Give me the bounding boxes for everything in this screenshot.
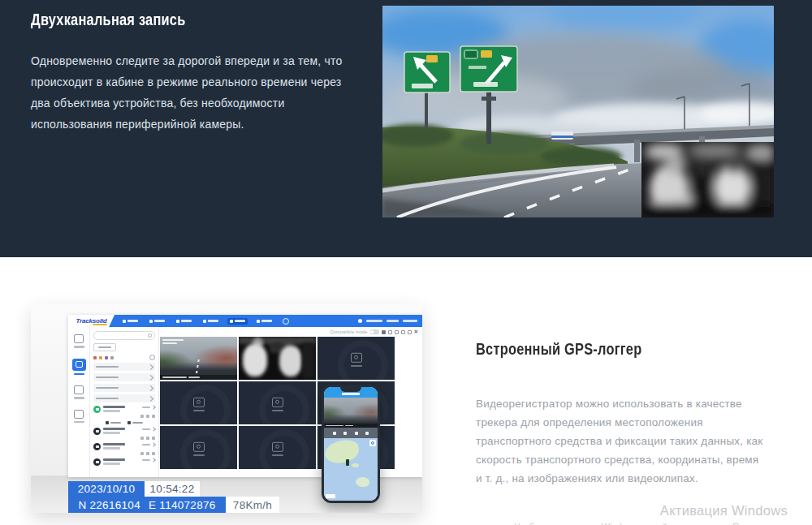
phone-mockup (322, 385, 380, 503)
camera-off-icon (351, 352, 362, 362)
tracker-software-card: Tracksolid (31, 303, 422, 513)
device-avatar-online (93, 406, 101, 413)
user-avatar (358, 319, 362, 323)
device-row (93, 443, 155, 450)
watermark-line-1: Активация Windows (514, 503, 788, 519)
nav-item (120, 318, 140, 325)
nav-extra-icon (283, 318, 289, 325)
group-row (93, 373, 155, 381)
watermark-line-2: Чтобы активировать Windows, перейдите в … (514, 522, 788, 525)
app-side-rail (68, 327, 90, 477)
phone-screen (324, 387, 378, 501)
device-avatar-offline (93, 428, 101, 435)
filter-chip (93, 343, 116, 351)
nav-item (254, 318, 274, 325)
road-photo-art (382, 6, 774, 217)
bus (551, 131, 573, 140)
layout-icon (388, 330, 392, 334)
device-row (93, 428, 155, 435)
rail-item (74, 334, 84, 348)
grid-toolbar: Compatible mode ✕ (159, 327, 422, 337)
map-attribution-chip (326, 494, 335, 498)
video-tile-empty (160, 426, 237, 469)
gps-section-title: Встроенный GPS-логгер (476, 339, 641, 359)
video-tile-empty (239, 381, 316, 424)
tracksolid-logo: Tracksolid (68, 315, 114, 327)
nav-item (174, 318, 194, 325)
device-row (93, 458, 155, 466)
app-top-bar: Tracksolid (68, 315, 422, 327)
camera-off-icon (272, 397, 283, 407)
rail-item (74, 410, 84, 424)
camera-off-icon (272, 441, 283, 451)
gear-icon (408, 330, 412, 334)
video-tile-cabin-camera (239, 337, 316, 380)
dashcam-road-photo (382, 6, 774, 217)
compatible-mode-label: Compatible mode (330, 329, 367, 334)
layout-icon (395, 330, 399, 334)
app-nav (120, 318, 289, 325)
phone-live-video (324, 398, 378, 428)
video-tile-empty (317, 337, 395, 380)
refresh-icon (149, 355, 155, 360)
rail-item-active (72, 359, 86, 376)
hero-body: Одновременно следите за дорогой впереди … (31, 50, 354, 135)
page: Двухканальная запись Одновременно следит… (0, 0, 812, 525)
compatible-mode-toggle (370, 329, 379, 334)
group-row (93, 363, 155, 371)
nav-item (147, 318, 167, 325)
video-tile-empty (239, 426, 316, 469)
hero-title: Двухканальная запись (31, 10, 186, 29)
phone-video-controls (324, 428, 378, 438)
video-tile-front-camera (160, 337, 237, 380)
sign-right (460, 46, 517, 92)
group-row (93, 394, 155, 402)
locate-button-icon (369, 440, 376, 446)
layout-icon (382, 330, 386, 334)
video-main-area: Compatible mode ✕ (159, 327, 422, 477)
camera-off-icon (193, 397, 205, 407)
close-icon: ✕ (414, 329, 418, 335)
video-tile-empty (160, 381, 237, 424)
overlay-latitude: N 22616104 (78, 499, 140, 511)
group-row (93, 384, 155, 392)
windows-activation-watermark: Активация Windows Чтобы активировать Win… (514, 503, 788, 525)
sign-left (404, 52, 450, 93)
camera-off-icon (193, 441, 205, 451)
cabin-camera-inset (641, 142, 774, 217)
app-user-area (358, 319, 422, 323)
gps-overlay-row-2: N 22616104 E 114072876 78Km/h (68, 497, 279, 513)
phone-notch (340, 387, 361, 392)
overlay-time: 10:54:22 (145, 481, 200, 497)
device-row (93, 406, 155, 413)
hero-section: Двухканальная запись Одновременно следит… (0, 0, 812, 257)
gps-section-body: Видеорегистратор можно использовать в ка… (476, 394, 763, 488)
device-list-panel (90, 327, 159, 477)
overlay-longitude: E 114072876 (149, 499, 216, 511)
layout-icon (401, 330, 405, 334)
overlay-coordinates: N 22616104 E 114072876 (68, 497, 226, 513)
device-search-input (93, 331, 155, 340)
logo-swoosh (93, 324, 107, 325)
rail-item (74, 385, 84, 399)
nav-item (201, 318, 221, 325)
overlay-date: 2023/10/10 (68, 481, 145, 497)
gps-overlay-row-1: 2023/10/10 10:54:22 (68, 481, 200, 497)
map-marker-icon (346, 459, 349, 466)
phone-map (324, 438, 378, 501)
list-tabs (93, 421, 155, 424)
overlay-speed: 78Km/h (226, 497, 279, 513)
list-icon-row (93, 355, 155, 360)
nav-item-active (227, 318, 248, 325)
